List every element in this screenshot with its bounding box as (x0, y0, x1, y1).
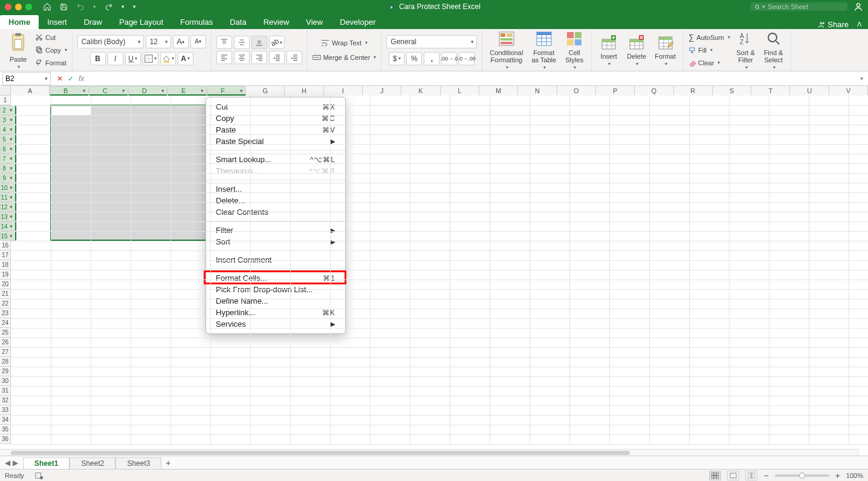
sort-filter-button[interactable]: AZSort & Filter▾ (734, 28, 758, 71)
select-all-corner[interactable] (0, 86, 11, 96)
cancel-formula-icon[interactable]: ✕ (57, 74, 63, 83)
format-cells-button[interactable]: Format▾ (652, 32, 678, 68)
increase-decimal-button[interactable]: .00→.0 (441, 52, 457, 65)
underline-button[interactable]: U▾ (125, 52, 141, 65)
column-header[interactable]: N (518, 86, 557, 96)
sheet-tab[interactable]: Sheet1 (23, 457, 70, 469)
column-header[interactable]: K (401, 86, 440, 96)
share-button[interactable]: Share (817, 20, 849, 29)
align-center-button[interactable] (234, 51, 250, 64)
column-header[interactable]: F (207, 86, 246, 96)
hscroll-thumb[interactable] (11, 451, 630, 455)
close-window-button[interactable] (5, 4, 11, 10)
increase-indent-button[interactable] (287, 51, 302, 64)
column-header[interactable]: B (50, 86, 89, 96)
column-header[interactable]: S (713, 86, 751, 96)
zoom-in-button[interactable]: + (835, 471, 840, 480)
find-select-button[interactable]: Find & Select▾ (762, 28, 786, 71)
collapse-ribbon-icon[interactable]: ᐱ (857, 21, 862, 28)
format-painter-button[interactable]: Format (35, 57, 67, 68)
border-button[interactable]: ▾ (143, 52, 158, 65)
orientation-button[interactable]: ab▾ (269, 36, 285, 49)
spreadsheet-grid[interactable]: ABCDEFGHIJKLMNOPQRSTUV 12345678910111213… (0, 86, 868, 456)
align-right-button[interactable] (251, 51, 267, 64)
font-family-select[interactable]: Calibri (Body) (77, 35, 144, 48)
row-header[interactable]: 16 (0, 241, 11, 250)
row-header[interactable]: 35 (0, 425, 11, 434)
font-size-select[interactable]: 12 (146, 35, 171, 48)
context-menu-item[interactable]: Delete... (206, 195, 345, 206)
row-header[interactable]: 19 (0, 270, 11, 280)
redo-icon[interactable] (105, 2, 113, 11)
column-header[interactable]: P (596, 86, 635, 96)
ribbon-tab-view[interactable]: View (297, 15, 331, 29)
search-sheet-input[interactable] (768, 3, 844, 10)
align-left-button[interactable] (216, 51, 232, 64)
ribbon-tab-insert[interactable]: Insert (39, 15, 76, 29)
column-header[interactable]: T (751, 86, 790, 96)
context-menu-item[interactable]: Copy⌘C (206, 113, 345, 124)
sheet-nav-prev-icon[interactable]: ◀ (5, 459, 10, 467)
horizontal-scrollbar[interactable] (0, 449, 860, 456)
wrap-text-button[interactable]: Wrap Text▾ (321, 38, 368, 48)
search-sheet-box[interactable]: ▾ (751, 2, 847, 11)
merge-center-button[interactable]: Merge & Center▾ (313, 52, 377, 63)
conditional-formatting-button[interactable]: Conditional Formatting▾ (487, 28, 525, 71)
column-header[interactable]: O (557, 86, 596, 96)
page-layout-view-button[interactable] (727, 471, 739, 480)
clear-button[interactable]: Clear▾ (688, 57, 730, 68)
row-header[interactable]: 1 (0, 96, 11, 105)
copy-button[interactable]: Copy▾ (35, 45, 67, 56)
column-header[interactable]: R (674, 86, 713, 96)
cut-button[interactable]: Cut (35, 32, 67, 43)
save-icon[interactable] (60, 3, 68, 11)
undo-icon[interactable] (76, 2, 85, 11)
context-menu-item[interactable]: Insert... (206, 183, 345, 195)
column-header[interactable]: Q (635, 86, 673, 96)
align-bottom-button[interactable] (251, 36, 267, 49)
italic-button[interactable]: I (108, 52, 123, 65)
add-sheet-button[interactable]: + (161, 458, 175, 468)
fill-button[interactable]: Fill▾ (688, 45, 730, 56)
paste-button[interactable]: Paste ▾ (5, 29, 31, 71)
insert-cells-button[interactable]: Insert▾ (597, 32, 621, 68)
number-format-select[interactable]: General (386, 35, 477, 48)
decrease-decimal-button[interactable]: .0→.00 (459, 52, 474, 65)
column-header[interactable]: A (11, 86, 50, 96)
expand-formula-bar-icon[interactable]: ▾ (860, 75, 863, 82)
row-header[interactable]: 17 (0, 250, 11, 260)
fullscreen-window-button[interactable] (25, 4, 32, 10)
zoom-out-button[interactable]: − (763, 471, 768, 480)
autosum-button[interactable]: ∑AutoSum▾ (688, 32, 730, 43)
enter-formula-icon[interactable]: ✓ (68, 74, 74, 83)
context-menu-item[interactable]: Filter▶ (206, 224, 345, 236)
formula-input[interactable] (90, 74, 860, 83)
cell-styles-button[interactable]: Cell Styles▾ (562, 28, 586, 71)
decrease-indent-button[interactable] (269, 51, 285, 64)
bold-button[interactable]: B (90, 52, 106, 65)
delete-cells-button[interactable]: Delete▾ (624, 32, 649, 68)
increase-font-button[interactable]: A▴ (173, 35, 189, 48)
active-cell[interactable] (52, 106, 91, 115)
row-header[interactable]: 28 (0, 357, 11, 367)
row-header[interactable]: 24 (0, 318, 11, 328)
row-header[interactable]: 23 (0, 309, 11, 318)
qat-customize-icon[interactable]: ▾ (133, 4, 136, 10)
context-menu-item[interactable]: Sort▶ (206, 236, 345, 247)
row-header[interactable]: 25 (0, 328, 11, 338)
row-header[interactable]: 31 (0, 386, 11, 396)
sheet-nav-next-icon[interactable]: ▶ (13, 459, 18, 467)
comma-style-button[interactable]: , (424, 52, 439, 65)
column-header[interactable]: C (89, 86, 128, 96)
column-header[interactable]: J (363, 86, 401, 96)
page-break-view-button[interactable] (745, 471, 757, 480)
row-header[interactable]: 30 (0, 376, 11, 386)
normal-view-button[interactable] (709, 471, 721, 480)
context-menu-item[interactable]: Define Name... (206, 295, 345, 307)
column-header[interactable]: L (441, 86, 479, 96)
align-middle-button[interactable] (234, 36, 250, 49)
column-header[interactable]: D (128, 86, 167, 96)
row-header[interactable]: 33 (0, 405, 11, 415)
zoom-slider[interactable] (775, 474, 829, 477)
row-header[interactable]: 21 (0, 289, 11, 299)
